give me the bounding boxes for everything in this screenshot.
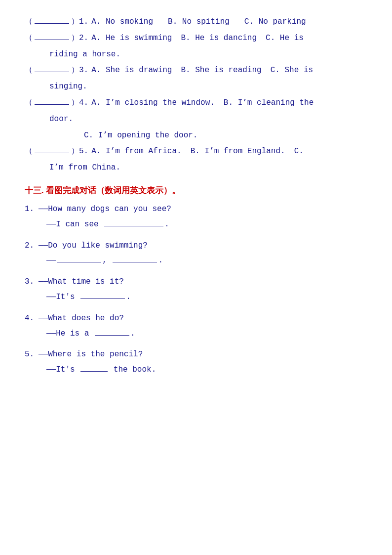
blank-5[interactable] [35,144,69,153]
dialog-question-5: ——Where is the pencil? [39,347,143,362]
question-3-wrap: singing. [25,80,367,94]
paren-close-2: ） [71,31,79,45]
dialog-answer-1: ——I can see . [25,217,367,232]
choice-4b: B. I’m cleaning the [224,96,314,110]
question-5-wrap: I’m from China. [25,161,367,175]
choice-2c: C. He is [266,31,304,45]
dialog-dash-1: ——I can see [46,220,103,229]
blank-3[interactable] [35,63,69,72]
dialog-question-3: ——What time is it? [39,275,124,289]
question-4-row: （ ） 4. A. I’m closing the window. B. I’m… [25,96,367,110]
q-num-2: 2. [79,31,88,45]
dialog-blank-2b[interactable] [113,254,157,262]
q-num-5: 5. [79,144,88,159]
blank-4[interactable] [35,96,69,105]
dialog-num-3: 3. [25,275,39,289]
dialog-period-4: . [130,329,135,338]
question-4-wrap: door. [25,112,367,127]
paren-open-1: （ [25,15,33,29]
dialog-question-2: ——Do you like swimming? [39,239,148,253]
q-num-4: 4. [79,96,88,110]
choice-5c: C. [294,144,304,159]
paren-open-3: （ [25,63,33,78]
choice-2a: A. He is swimming [91,31,172,45]
dialog-blank-1[interactable] [104,217,163,226]
dialog-blank-4[interactable] [95,327,129,336]
choice-5b: B. I’m from England. [191,144,285,159]
dialog-answer-4: ——He is a . [25,327,367,341]
dialog-answer-5: ——It's the book. [25,363,367,377]
dialog-q-3: 3. ——What time is it? [25,275,367,289]
dialog-num-1: 1. [25,202,39,216]
choice-3a: A. She is drawing [91,63,172,78]
dialog-item-3: 3. ——What time is it? ——It's . [25,275,367,304]
question-3-row: （ ） 3. A. She is drawing B. She is readi… [25,63,367,78]
dialog-blank-5[interactable] [80,363,108,372]
paren-close-4: ） [71,96,79,110]
paren-open-5: （ [25,144,33,159]
dialog-question-4: ——What does he do? [39,311,124,326]
section-12: （ ） 1. A. No smoking B. No spiting C. No… [25,15,367,175]
choice-3c: C. She is [271,63,313,78]
dialog-q-2: 2. ——Do you like swimming? [25,239,367,253]
dialog-comma-2: , [102,256,112,265]
choice-5a: A. I’m from Africa. [91,144,181,159]
dialog-answer-3: ——It's . [25,290,367,304]
choice-1c: C. No parking [244,15,306,29]
dialog-blank-2a[interactable] [57,254,101,262]
dialog-item-2: 2. ——Do you like swimming? ——, . [25,239,367,268]
dialog-q-5: 5. ——Where is the pencil? [25,347,367,362]
dialog-question-1: ——How many dogs can you see? [39,202,171,216]
dialog-q-4: 4. ——What does he do? [25,311,367,326]
question-4-c: C. I’m opening the door. [25,128,367,143]
paren-open-2: （ [25,31,33,45]
dialog-dash-2: —— [46,256,56,265]
dialog-item-5: 5. ——Where is the pencil? ——It's the boo… [25,347,367,377]
choice-1b: B. No spiting [168,15,230,29]
section-13-header: 十三. 看图完成对话（数词用英文表示）。 [25,185,367,196]
question-5-row: （ ） 5. A. I’m from Africa. B. I’m from E… [25,144,367,159]
paren-close-1: ） [71,15,79,29]
dialog-item-1: 1. ——How many dogs can you see? ——I can … [25,202,367,232]
paren-open-4: （ [25,96,33,110]
dialog-dash-3: ——It's [46,293,79,301]
dialog-num-2: 2. [25,239,39,253]
dialog-period-2: . [158,256,163,265]
dialog-answer-2: ——, . [25,254,367,268]
dialog-dash-4: ——He is a [46,329,94,338]
dialog-period-3: . [126,293,131,301]
dialog-period-1: . [164,220,169,229]
dialog-text-5: the book. [109,365,156,374]
choice-1a: A. No smoking [91,15,153,29]
paren-close-5: ） [71,144,79,159]
choice-4a: A. I’m closing the window. [91,96,215,110]
dialog-item-4: 4. ——What does he do? ——He is a . [25,311,367,341]
choice-3b: B. She is reading [181,63,261,78]
blank-2[interactable] [35,31,69,40]
q-num-3: 3. [79,63,88,78]
question-1-row: （ ） 1. A. No smoking B. No spiting C. No… [25,15,367,29]
q-num-1: 1. [79,15,88,29]
dialog-q-1: 1. ——How many dogs can you see? [25,202,367,216]
blank-1[interactable] [35,15,69,24]
question-2-wrap: riding a horse. [25,47,367,62]
dialog-num-4: 4. [25,311,39,326]
dialog-dash-5: ——It's [46,365,79,374]
dialog-blank-3[interactable] [80,290,125,299]
dialog-num-5: 5. [25,347,39,362]
paren-close-3: ） [71,63,79,78]
question-2-row: （ ） 2. A. He is swimming B. He is dancin… [25,31,367,45]
choice-2b: B. He is dancing [181,31,257,45]
section-13: 十三. 看图完成对话（数词用英文表示）。 1. ——How many dogs … [25,185,367,377]
